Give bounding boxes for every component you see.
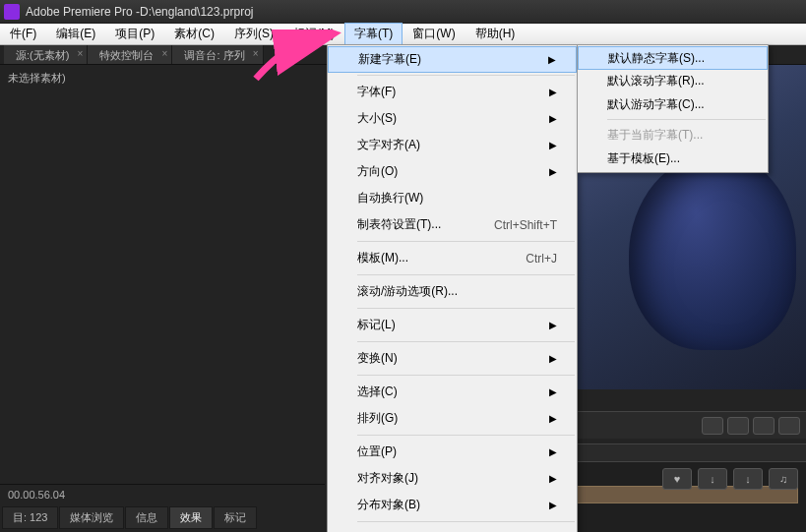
- menu-label: 滚动/游动选项(R)...: [357, 283, 458, 300]
- submenu-arrow-icon: ▶: [549, 140, 557, 150]
- bottom-tab-2[interactable]: 信息: [125, 506, 168, 529]
- submenu-arrow-icon: ▶: [549, 473, 557, 484]
- dropdown-item-12[interactable]: 排列(G)▶: [328, 405, 577, 432]
- timeline-toolbar: ♥↓↓♫: [662, 468, 798, 490]
- timecode-display: 00.00.56.04: [0, 484, 325, 504]
- submenu-item-0[interactable]: 默认静态字幕(S)...: [578, 46, 768, 70]
- bottom-tab-3[interactable]: 效果: [169, 506, 213, 529]
- menu-item-7[interactable]: 窗口(W): [403, 23, 465, 45]
- dropdown-item-10[interactable]: 变换(N)▶: [328, 345, 577, 372]
- premiere-icon: [4, 4, 20, 20]
- dropdown-item-5[interactable]: 自动换行(W): [328, 185, 577, 211]
- submenu-arrow-icon: ▶: [549, 500, 557, 510]
- dropdown-item-14[interactable]: 对齐对象(J)▶: [328, 465, 577, 492]
- menu-separator: [607, 119, 766, 120]
- menu-separator: [357, 274, 575, 275]
- menu-item-4[interactable]: 序列(S): [224, 23, 283, 45]
- submenu-arrow-icon: ▶: [549, 386, 557, 397]
- menu-label: 模板(M)...: [357, 250, 408, 266]
- title-path: D:\england\123.prproj: [140, 5, 253, 19]
- menu-label: 制表符设置(T)...: [357, 216, 441, 233]
- menu-separator: [357, 308, 575, 309]
- dropdown-item-7[interactable]: 模板(M)...Ctrl+J: [328, 245, 577, 271]
- submenu-item-4[interactable]: 基于模板(E)...: [578, 147, 768, 170]
- dropdown-item-6[interactable]: 制表符设置(T)...Ctrl+Shift+T: [328, 211, 577, 238]
- submenu-arrow-icon: ▶: [549, 166, 557, 177]
- menu-label: 自动换行(W): [357, 190, 423, 207]
- dropdown-item-11[interactable]: 选择(C)▶: [328, 379, 577, 405]
- shortcut-label: Ctrl+J: [526, 252, 557, 266]
- submenu-item-2[interactable]: 默认游动字幕(C)...: [578, 92, 768, 116]
- menu-item-1[interactable]: 编辑(E): [46, 23, 105, 45]
- timeline-button-1[interactable]: ↓: [698, 468, 727, 490]
- menu-item-5[interactable]: 标记(M): [283, 23, 344, 45]
- menu-label: 新建字幕(E): [358, 51, 421, 68]
- submenu-arrow-icon: ▶: [549, 413, 557, 424]
- submenu-arrow-icon: ▶: [549, 113, 557, 124]
- bottom-panel-tabs: 目: 123媒体浏览信息效果标记: [0, 506, 258, 528]
- menu-label: 变换(N): [357, 350, 398, 367]
- timeline-button-0[interactable]: ♥: [662, 468, 692, 490]
- transport-next-button[interactable]: [753, 417, 775, 435]
- menu-separator: [357, 241, 575, 242]
- dropdown-item-8[interactable]: 滚动/游动选项(R)...: [328, 278, 577, 305]
- dropdown-item-3[interactable]: 文字对齐(A)▶: [328, 132, 577, 158]
- submenu-arrow-icon: ▶: [548, 54, 556, 65]
- menu-label: 字体(F): [357, 84, 396, 100]
- title-menu-dropdown: 新建字幕(E)▶字体(F)▶大小(S)▶文字对齐(A)▶方向(O)▶自动换行(W…: [327, 44, 578, 532]
- new-title-submenu: 默认静态字幕(S)...默认滚动字幕(R)...默认游动字幕(C)...基于当前…: [577, 44, 769, 173]
- menu-separator: [357, 75, 575, 76]
- dropdown-item-13[interactable]: 位置(P)▶: [328, 439, 577, 465]
- menubar: 件(F)编辑(E)项目(P)素材(C)序列(S)标记(M)字幕(T)窗口(W)帮…: [0, 24, 806, 45]
- dropdown-item-15[interactable]: 分布对象(B)▶: [328, 492, 577, 518]
- timeline-button-3[interactable]: ♫: [769, 468, 798, 490]
- panel-tab-1[interactable]: 特效控制台×: [88, 45, 172, 64]
- menu-label: 文字对齐(A): [357, 137, 420, 153]
- menu-item-3[interactable]: 素材(C): [164, 23, 224, 45]
- bottom-tab-1[interactable]: 媒体浏览: [59, 506, 124, 529]
- menu-item-2[interactable]: 项目(P): [105, 23, 164, 45]
- menu-label: 标记(L): [357, 317, 396, 333]
- submenu-arrow-icon: ▶: [549, 87, 557, 97]
- panel-tab-2[interactable]: 调音台: 序列×: [172, 45, 263, 64]
- bottom-tab-4[interactable]: 标记: [214, 506, 257, 529]
- menu-separator: [357, 341, 575, 342]
- menu-separator: [357, 435, 575, 436]
- shortcut-label: Ctrl+Shift+T: [494, 218, 557, 232]
- close-icon[interactable]: ×: [78, 48, 84, 59]
- menu-label: 对齐对象(J): [357, 470, 418, 487]
- titlebar: Adobe Premiere Pro - D:\england\123.prpr…: [0, 0, 806, 24]
- dropdown-item-16[interactable]: 查看(V)▶: [328, 525, 577, 532]
- transport-play-button[interactable]: [727, 417, 749, 435]
- menu-label: 选择(C): [357, 384, 398, 400]
- transport-loop-button[interactable]: [778, 417, 800, 435]
- menu-label: 大小(S): [357, 110, 397, 127]
- panel-tab-0[interactable]: 源:(无素材)×: [4, 45, 88, 64]
- title-app: Adobe Premiere Pro -: [26, 5, 140, 19]
- menu-separator: [357, 375, 575, 376]
- menu-label: 位置(P): [357, 443, 397, 460]
- menu-item-6[interactable]: 字幕(T): [344, 23, 403, 45]
- timeline-button-2[interactable]: ↓: [733, 468, 763, 490]
- dropdown-item-9[interactable]: 标记(L)▶: [328, 312, 577, 338]
- transport-prev-button[interactable]: [702, 417, 723, 435]
- menu-item-0[interactable]: 件(F): [0, 23, 46, 45]
- menu-item-8[interactable]: 帮助(H): [465, 23, 526, 45]
- submenu-arrow-icon: ▶: [549, 320, 557, 330]
- submenu-item-3: 基于当前字幕(T)...: [578, 123, 768, 147]
- submenu-arrow-icon: ▶: [549, 353, 557, 364]
- dropdown-item-0[interactable]: 新建字幕(E)▶: [328, 46, 577, 73]
- dropdown-item-4[interactable]: 方向(O)▶: [328, 158, 577, 185]
- menu-label: 排列(G): [357, 410, 398, 427]
- dropdown-item-1[interactable]: 字体(F)▶: [328, 79, 577, 105]
- submenu-arrow-icon: ▶: [549, 446, 557, 457]
- menu-label: 方向(O): [357, 163, 398, 180]
- submenu-item-1[interactable]: 默认滚动字幕(R)...: [578, 69, 768, 92]
- close-icon[interactable]: ×: [253, 48, 259, 59]
- transport-bar: [575, 411, 806, 439]
- menu-label: 分布对象(B): [357, 497, 420, 513]
- bottom-tab-0[interactable]: 目: 123: [2, 506, 58, 529]
- close-icon[interactable]: ×: [162, 48, 168, 59]
- dropdown-item-2[interactable]: 大小(S)▶: [328, 105, 577, 132]
- menu-separator: [357, 521, 575, 522]
